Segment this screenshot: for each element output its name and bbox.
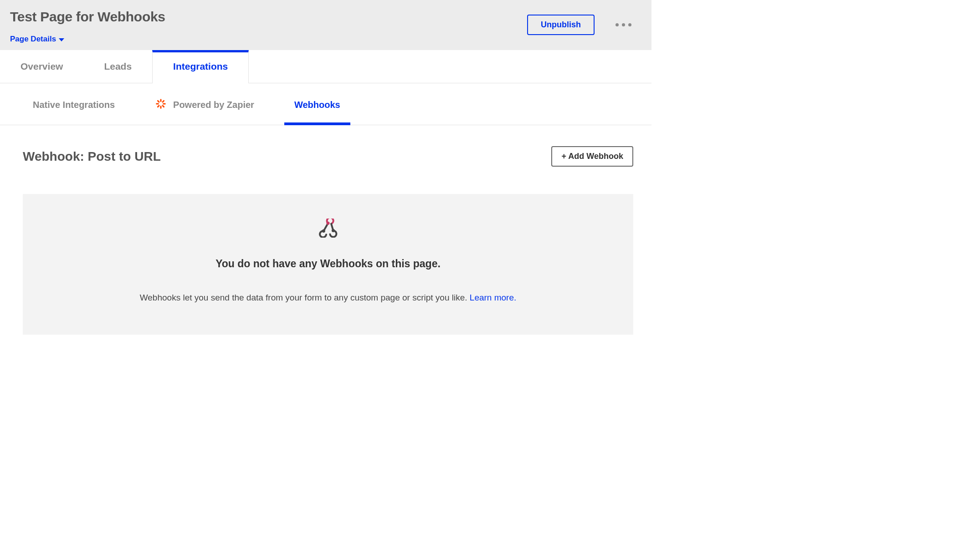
empty-state-description: Webhooks let you send the data from your… (140, 293, 517, 303)
unpublish-button[interactable]: Unpublish (527, 15, 595, 35)
learn-more-link[interactable]: Learn more. (470, 293, 516, 302)
section-header: Webhook: Post to URL + Add Webhook (23, 146, 633, 167)
integration-subtabs: Native Integrations Powered by Zapier We… (0, 83, 651, 125)
svg-rect-1 (160, 106, 162, 109)
content-area: Webhook: Post to URL + Add Webhook You d… (0, 125, 651, 335)
svg-rect-6 (157, 100, 160, 103)
subtab-label: Powered by Zapier (173, 100, 254, 110)
caret-down-icon (59, 38, 64, 41)
tab-overview[interactable]: Overview (0, 50, 83, 83)
dot-icon (628, 23, 631, 26)
svg-point-8 (326, 222, 329, 225)
section-title: Webhook: Post to URL (23, 149, 161, 164)
svg-rect-3 (163, 103, 166, 104)
empty-state-text: Webhooks let you send the data from your… (140, 293, 470, 302)
primary-tabs: Overview Leads Integrations (0, 50, 651, 83)
zapier-icon (155, 98, 167, 112)
dot-icon (622, 23, 625, 26)
page-title: Test Page for Webhooks (10, 9, 165, 25)
svg-rect-5 (157, 105, 160, 108)
tab-integrations[interactable]: Integrations (152, 50, 249, 83)
page-header: Test Page for Webhooks Page Details Unpu… (0, 0, 651, 50)
webhook-icon (318, 219, 338, 239)
svg-point-9 (322, 229, 325, 233)
subtab-powered-by-zapier[interactable]: Powered by Zapier (145, 83, 264, 125)
svg-rect-2 (156, 103, 159, 104)
dot-icon (615, 23, 619, 26)
add-webhook-button[interactable]: + Add Webhook (551, 146, 633, 167)
tab-leads[interactable]: Leads (83, 50, 152, 83)
header-right: Unpublish (527, 9, 641, 35)
subtab-webhooks[interactable]: Webhooks (284, 83, 350, 125)
header-left: Test Page for Webhooks Page Details (10, 9, 165, 44)
webhooks-empty-state: You do not have any Webhooks on this pag… (23, 194, 633, 335)
subtab-native-integrations[interactable]: Native Integrations (23, 83, 125, 125)
empty-state-heading: You do not have any Webhooks on this pag… (215, 258, 441, 270)
page-details-label: Page Details (10, 35, 56, 44)
more-actions-menu[interactable] (613, 20, 634, 29)
svg-point-10 (332, 229, 335, 232)
svg-rect-4 (162, 100, 165, 103)
svg-rect-0 (160, 99, 162, 102)
page-details-dropdown[interactable]: Page Details (10, 35, 165, 44)
svg-rect-7 (162, 105, 165, 108)
